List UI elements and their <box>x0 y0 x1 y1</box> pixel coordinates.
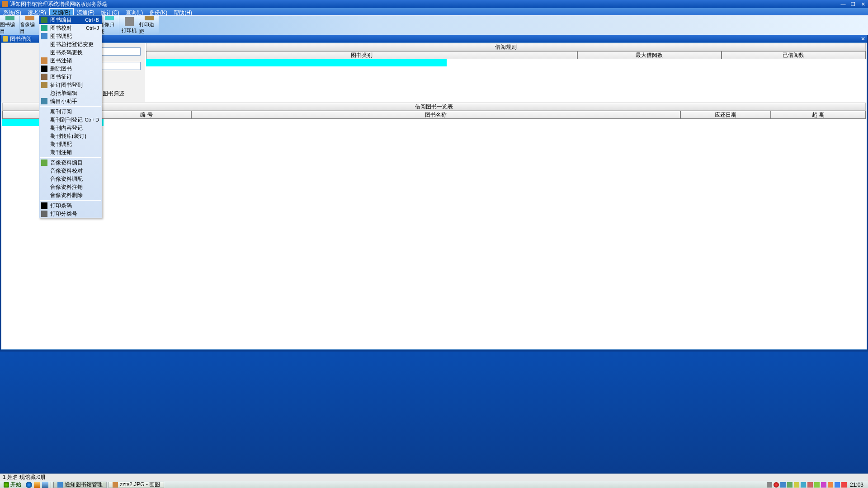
main-content: 借阅规则 图书类别 最大借阅数 已借阅数 图书归还 借阅图书一览表 编 号 图书… <box>1 42 867 350</box>
rules-col-max[interactable]: 最大借阅数 <box>577 51 722 59</box>
menu-item-音像资料删除[interactable]: 音像资料删除 <box>39 191 102 199</box>
tray-icon-5[interactable] <box>821 482 826 488</box>
disc-icon <box>41 160 47 166</box>
blist-col-name[interactable]: 图书名称 <box>191 111 680 119</box>
start-button[interactable]: 开始 <box>0 481 25 488</box>
tray-icon-8[interactable] <box>841 482 847 488</box>
menu-item-音像资料调配[interactable]: 音像资料调配 <box>39 175 102 183</box>
blist-col-number[interactable]: 编 号 <box>102 111 191 119</box>
shortcut-text: Ctrl+B <box>85 17 99 23</box>
toolbar-图书编目[interactable]: 图书编目 <box>0 16 20 35</box>
shortcut-text: Ctrl+J <box>86 25 99 31</box>
box-icon <box>41 82 47 88</box>
menu-item-期刊到刊登记[interactable]: 期刊到刊登记Ctrl+D <box>39 116 102 124</box>
toolbar: 图书编目音像编目图书借阅图书归还刊借阅音像归还打印机打印边距 <box>0 15 868 35</box>
minimize-button[interactable]: — <box>839 1 848 7</box>
menu-1[interactable]: 读者(R) <box>24 8 49 15</box>
menu-item-期刊内容登记[interactable]: 期刊内容登记 <box>39 124 102 132</box>
mdi-background <box>0 352 868 474</box>
toolbar-打印边距[interactable]: 打印边距 <box>139 16 159 35</box>
restore-button[interactable]: ❐ <box>849 1 858 7</box>
rules-panel-title: 借阅规则 <box>146 43 866 51</box>
toolbar-icon <box>125 17 134 26</box>
menu-item-图书注销[interactable]: 图书注销 <box>39 56 102 65</box>
tray-icon-4[interactable] <box>814 482 820 488</box>
menu-3[interactable]: 流通(F) <box>74 8 98 15</box>
tray-volume-icon[interactable] <box>787 482 793 488</box>
check-icon <box>41 25 47 31</box>
menu-item-打印条码[interactable]: 打印条码 <box>39 202 102 210</box>
toolbar-icon <box>105 16 114 20</box>
tray-icon-6[interactable] <box>828 482 833 488</box>
rules-col-category[interactable]: 图书类别 <box>146 51 577 59</box>
toolbar-音像归还[interactable]: 音像归还 <box>99 16 119 35</box>
menu-4[interactable]: 统计(C) <box>98 8 123 15</box>
menu-separator <box>40 157 101 158</box>
toolbar-音像编目[interactable]: 音像编目 <box>20 16 40 35</box>
menu-item-音像资料注销[interactable]: 音像资料注销 <box>39 183 102 191</box>
blist-col-due[interactable]: 应还日期 <box>680 111 771 119</box>
menu-0[interactable]: 系统(S) <box>0 8 24 15</box>
task-zzts2.JPG - 画图[interactable]: zzts2.JPG - 画图 <box>108 482 164 488</box>
grid-icon <box>41 211 47 217</box>
toolbar-打印机[interactable]: 打印机 <box>119 16 139 35</box>
menu-item-音像资料编目[interactable]: 音像资料编目 <box>39 159 102 167</box>
tray-shield-icon[interactable] <box>774 482 779 488</box>
status-text: 1 姓名 现馆藏:0册 <box>3 474 46 480</box>
child-close-button[interactable]: ✕ <box>859 36 867 42</box>
close-button[interactable]: ✕ <box>859 1 868 7</box>
menu-5[interactable]: 查询(L) <box>123 8 146 15</box>
return-book-button[interactable]: 图书归还 <box>103 90 124 98</box>
menu-separator <box>40 200 101 201</box>
tray-icon-2[interactable] <box>801 482 806 488</box>
app-title: 通知图书馆管理系统增强网络版服务器端 <box>10 0 108 8</box>
app-icon <box>57 482 63 488</box>
menu-item-期刊调配[interactable]: 期刊调配 <box>39 140 102 148</box>
borrowed-table-header: 编 号 图书名称 应还日期 超 期 <box>2 111 866 119</box>
tray-icon-1[interactable] <box>794 482 799 488</box>
menu-item-期刊订阅[interactable]: 期刊订阅 <box>39 108 102 116</box>
system-tray: 21:03 <box>764 482 868 488</box>
menu-item-期刊转库(装订)[interactable]: 期刊转库(装订) <box>39 132 102 140</box>
tray-icon-3[interactable] <box>807 482 813 488</box>
menu-item-删除图书[interactable]: 删除图书 <box>39 65 102 73</box>
ie-icon[interactable] <box>26 482 32 488</box>
menu-bar: 系统(S)读者(R)采编(B)流通(F)统计(C)查询(L)备份(K)帮助(H) <box>0 8 868 15</box>
menu-item-图书条码更换[interactable]: 图书条码更换 <box>39 48 102 56</box>
menu-item-图书调配[interactable]: 图书调配 <box>39 32 102 40</box>
catalog-dropdown-menu: 图书编目Ctrl+B图书校对Ctrl+J图书调配图书总括登记变更图书条码更换图书… <box>39 15 102 218</box>
toolbar-icon <box>5 16 14 20</box>
menu-item-总括单编辑[interactable]: 总括单编辑 <box>39 89 102 97</box>
borrowed-list-title: 借阅图书一览表 <box>2 103 866 111</box>
menu-2[interactable]: 采编(B) <box>49 8 74 15</box>
menu-item-期刊注销[interactable]: 期刊注销 <box>39 148 102 156</box>
help-icon <box>41 98 47 104</box>
desktop-icon[interactable] <box>42 482 48 488</box>
explorer-icon[interactable] <box>34 482 40 488</box>
rules-selected-row[interactable] <box>146 59 447 66</box>
menu-item-音像资料校对[interactable]: 音像资料校对 <box>39 167 102 175</box>
child-window-title: 图书借阅 <box>10 35 32 43</box>
menu-6[interactable]: 备份(K) <box>146 8 170 15</box>
task-通知图书馆管理[interactable]: 通知图书馆管理 <box>53 482 107 488</box>
title-bar: 通知图书馆管理系统增强网络版服务器端 — ❐ ✕ <box>0 0 868 8</box>
windows-logo-icon <box>4 482 9 488</box>
taskbar-clock[interactable]: 21:03 <box>848 482 865 488</box>
rules-col-borrowed[interactable]: 已借阅数 <box>722 51 866 59</box>
menu-item-打印分类号[interactable]: 打印分类号 <box>39 210 102 218</box>
tray-network-icon[interactable] <box>780 482 786 488</box>
blist-col-overdue[interactable]: 超 期 <box>771 111 866 119</box>
tray-arrow-icon[interactable] <box>767 482 772 488</box>
swap-icon <box>41 33 47 39</box>
menu-item-图书总括登记变更[interactable]: 图书总括登记变更 <box>39 40 102 48</box>
menu-item-图书编目[interactable]: 图书编目Ctrl+B <box>39 16 102 24</box>
menu-item-编目小助手[interactable]: 编目小助手 <box>39 97 102 105</box>
menu-item-图书校对[interactable]: 图书校对Ctrl+J <box>39 24 102 32</box>
delete-icon <box>41 66 47 72</box>
menu-item-图书征订[interactable]: 图书征订 <box>39 73 102 81</box>
tray-icon-7[interactable] <box>835 482 840 488</box>
edit-icon <box>41 57 47 64</box>
menu-7[interactable]: 帮助(H) <box>170 8 195 15</box>
toolbar-icon <box>25 16 34 20</box>
menu-item-征订图书登到[interactable]: 征订图书登到 <box>39 81 102 89</box>
